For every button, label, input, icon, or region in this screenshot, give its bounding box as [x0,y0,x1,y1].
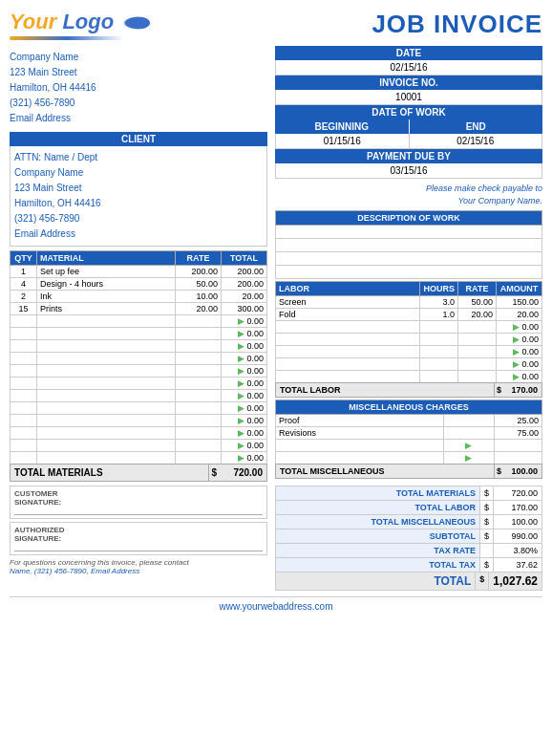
mat-rate-6 [176,340,222,353]
website: www.yourwebaddress.com [220,601,333,612]
labor-rate-0: 50.00 [458,296,497,309]
mat-total-2: 20.00 [222,291,267,303]
invoice-title: JOB INVOICE [372,10,542,39]
total-materials-label: TOTAL MATERIALS [11,464,208,481]
mat-rate-9 [176,378,222,390]
total-labor-row: TOTAL LABOR $ 170.00 [275,382,542,398]
customer-sig-label: CUSTOMER SIGNATURE: [14,489,263,507]
mat-material-4 [37,315,176,328]
mat-material-5 [37,328,176,340]
client-name: Company Name [14,165,263,181]
desc-work-header: DESCRIPTION OF WORK [276,211,542,226]
client-header: CLIENT [10,132,267,146]
col-total: TOTAL [222,251,267,266]
mat-total-8: ▶ 0.00 [222,365,267,378]
total-labor-dollar: $ [494,383,503,397]
client-info: ATTN: Name / Dept Company Name 123 Main … [10,146,267,247]
misc-amount-2 [495,440,542,452]
misc-desc-0: Proof [276,415,444,427]
mat-rate-5 [176,328,222,340]
labor-rate-2 [458,321,497,334]
labor-desc-0: Screen [276,296,420,309]
mat-total-4: ▶ 0.00 [222,315,267,328]
summary-total-labor: TOTAL LABOR $ 170.00 [275,501,542,515]
mat-material-15 [37,452,176,464]
mat-material-10 [37,390,176,402]
col-hours: HOURS [420,282,458,296]
mat-qty-2: 2 [11,291,37,303]
beginning-value: 01/15/16 [276,134,409,148]
labor-desc-1: Fold [276,309,420,321]
mat-qty-1: 4 [11,278,37,291]
mat-qty-12 [11,415,37,427]
date-of-work-values: 01/15/16 02/15/16 [275,134,542,149]
date-label: DATE [275,46,542,60]
total-misc-label: TOTAL MISCELLANEOUS [276,464,494,478]
customer-sig-block: CUSTOMER SIGNATURE: [10,486,267,519]
labor-desc-5 [276,358,420,371]
labor-hours-2 [420,321,458,334]
mat-rate-0: 200.00 [176,266,222,278]
labor-rate-4 [458,346,497,358]
s-subtotal-label: SUBTOTAL [276,529,480,543]
right-column: DATE 02/15/16 INVOICE NO. 10001 DATE OF … [275,46,542,482]
misc-desc-3 [276,452,444,464]
total-misc-value: 100.00 [503,464,541,478]
client-attn: ATTN: Name / Dept [14,150,263,165]
mat-total-5: ▶ 0.00 [222,328,267,340]
mat-qty-8 [11,365,37,378]
payable-note: Please make check payable to Your Compan… [275,183,542,206]
mat-total-0: 200.00 [222,266,267,278]
s-total-materials-value: 720.00 [494,486,541,500]
labor-amount-3: ▶ 0.00 [497,334,542,346]
s-tax-rate-label: TAX RATE [276,544,480,557]
s-subtotal-dollar: $ [480,529,494,543]
mat-total-7: ▶ 0.00 [222,353,267,365]
mat-qty-0: 1 [11,266,37,278]
col-rate: RATE [458,282,497,296]
s-total-dollar: $ [476,572,489,590]
labor-table: LABOR HOURS RATE AMOUNT Screen 3.0 50.00… [275,281,542,383]
col-material: MATERIAL [37,251,176,266]
customer-sig-line [14,514,263,515]
s-total-tax-value: 37.62 [494,558,541,572]
s-total-misc-label: TOTAL MISCELLANEOUS [276,515,480,529]
labor-amount-2: ▶ 0.00 [497,321,542,334]
company-email: Email Address [10,111,267,126]
logo-logo: Logo [62,10,114,33]
client-email: Email Address [14,227,263,242]
mat-total-11: ▶ 0.00 [222,402,267,415]
mat-qty-10 [11,390,37,402]
contact-details: Name, (321) 456-7890, Email Address [10,567,139,575]
labor-amount-1: 20.00 [497,309,542,321]
labor-amount-4: ▶ 0.00 [497,346,542,358]
s-total-label: TOTAL [276,572,476,590]
mat-total-12: ▶ 0.00 [222,415,267,427]
left-column: Company Name 123 Main Street Hamilton, O… [10,46,267,482]
labor-hours-4 [420,346,458,358]
labor-rate-6 [458,371,497,383]
mat-material-3: Prints [37,303,176,315]
signature-area: CUSTOMER SIGNATURE: AUTHORIZED SIGNATURE… [10,486,267,591]
invoice-no-value: 10001 [275,90,542,105]
summary-total-tax: TOTAL TAX $ 37.62 [275,558,542,572]
client-section: CLIENT ATTN: Name / Dept Company Name 12… [10,132,267,247]
desc-row-0 [276,226,542,239]
mat-total-10: ▶ 0.00 [222,390,267,402]
logo-your: Your [10,10,56,33]
mat-material-14 [37,440,176,452]
client-address: 123 Main Street [14,181,263,196]
logo-area: Your Logo [10,10,150,40]
mat-total-9: ▶ 0.00 [222,378,267,390]
mat-material-13 [37,427,176,440]
mat-rate-14 [176,440,222,452]
misc-amount-0: 25.00 [495,415,542,427]
mat-material-7 [37,353,176,365]
misc-arrow-1 [443,427,494,440]
total-materials-value: 720.00 [219,464,266,481]
mat-rate-1: 50.00 [176,278,222,291]
s-tax-rate-spacer [480,544,494,557]
s-total-materials-label: TOTAL MATERIALS [276,486,480,500]
s-total-tax-label: TOTAL TAX [276,558,480,572]
labor-desc-4 [276,346,420,358]
